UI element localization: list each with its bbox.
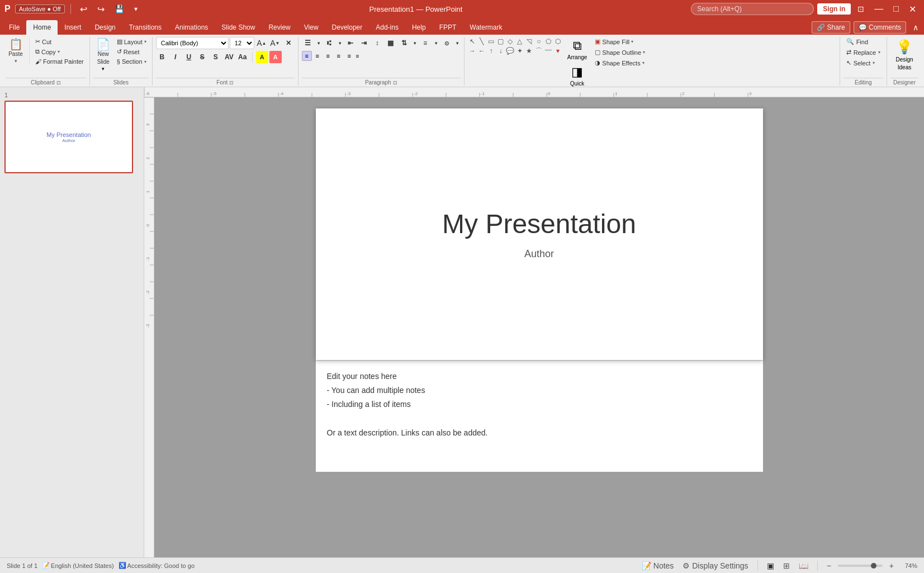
justify-button[interactable]: ≡ <box>334 51 344 61</box>
font-name-select[interactable]: Calibri (Body) Arial Times New Roman <box>156 37 229 49</box>
find-button[interactable]: 🔍 Find <box>844 37 883 46</box>
paragraph-dialog-launcher[interactable]: ⊡ <box>393 80 397 86</box>
shape-arrow-right[interactable]: → <box>468 46 477 55</box>
tab-help[interactable]: Help <box>405 20 433 35</box>
shape-arrow-down[interactable]: ↓ <box>496 46 505 55</box>
convert-smartart-button[interactable]: ⊙ <box>440 37 453 49</box>
notes-button[interactable]: 📝 Notes <box>639 560 676 571</box>
shape-rtriangle[interactable]: ◹ <box>525 37 534 46</box>
increase-indent-button[interactable]: ⇥ <box>358 37 370 49</box>
reset-button[interactable]: ↺ Reset <box>115 47 149 56</box>
slide-sorter-button[interactable]: ⊞ <box>781 560 792 571</box>
underline-button[interactable]: U <box>183 51 195 63</box>
tab-review[interactable]: Review <box>262 20 297 35</box>
tab-insert[interactable]: Insert <box>58 20 88 35</box>
share-button[interactable]: 🔗 Share <box>812 21 850 34</box>
shape-fill-button[interactable]: ▣ Shape Fill ▾ <box>592 37 648 46</box>
tab-view[interactable]: View <box>297 20 325 35</box>
shape-select[interactable]: ↖ <box>468 37 477 46</box>
font-color-button[interactable]: A <box>269 51 282 63</box>
shape-round-rect[interactable]: ▢ <box>496 37 505 46</box>
tab-watermark[interactable]: Watermark <box>463 20 509 35</box>
paste-dropdown[interactable]: ▾ <box>15 58 17 64</box>
redo-button[interactable]: ↪ <box>94 3 108 16</box>
zoom-out-button[interactable]: − <box>825 560 833 571</box>
section-button[interactable]: § Section ▾ <box>115 57 149 66</box>
tab-transitions[interactable]: Transitions <box>122 20 168 35</box>
shape-callout[interactable]: 💬 <box>506 46 515 55</box>
select-button[interactable]: ↖ Select ▾ <box>844 58 883 68</box>
comments-button[interactable]: 💬 Comments <box>854 21 906 34</box>
normal-view-button[interactable]: ▣ <box>765 560 776 571</box>
accessibility-status[interactable]: Accessibility: Good to go <box>127 562 195 569</box>
tab-home[interactable]: Home <box>26 20 58 35</box>
align-right-button[interactable]: ≡ <box>323 51 333 61</box>
zoom-in-button[interactable]: + <box>887 560 896 571</box>
font-dialog-launcher[interactable]: ⊡ <box>229 80 234 86</box>
close-button[interactable]: ✕ <box>906 3 920 16</box>
minimize-button[interactable]: — <box>871 3 887 15</box>
align-text-button[interactable]: ≡ <box>419 37 432 49</box>
shape-hexagon[interactable]: ⬡ <box>553 37 562 46</box>
save-button[interactable]: 💾 <box>111 3 127 15</box>
tab-file[interactable]: File <box>2 20 26 35</box>
shape-star4[interactable]: ✦ <box>515 46 524 55</box>
layout-button[interactable]: ▤ Layout ▾ <box>115 37 149 46</box>
slide-author[interactable]: Author <box>524 248 554 260</box>
search-input[interactable] <box>691 3 814 15</box>
shape-curve[interactable]: ⌒ <box>534 46 543 55</box>
shape-oval[interactable]: ○ <box>534 37 543 46</box>
shape-arrow-left[interactable]: ← <box>477 46 486 55</box>
arrange-button[interactable]: ⧉ Arrange <box>565 37 590 62</box>
tab-addins[interactable]: Add-ins <box>369 20 405 35</box>
shape-rect[interactable]: ▭ <box>487 37 496 46</box>
tab-fppt[interactable]: FPPT <box>433 20 463 35</box>
bullets-button[interactable]: ☰ <box>302 37 314 49</box>
shape-outline-button[interactable]: ▢ Shape Outline ▾ <box>592 48 648 57</box>
tab-slideshow[interactable]: Slide Show <box>215 20 262 35</box>
signin-button[interactable]: Sign in <box>817 3 851 15</box>
decrease-indent-button[interactable]: ⇤ <box>344 37 357 49</box>
text-direction-button[interactable]: ⇅ <box>398 37 410 49</box>
align-left-button[interactable]: ≡ <box>302 51 312 61</box>
shape-freeform[interactable]: 〰 <box>544 46 553 55</box>
align-center-button[interactable]: ≡ <box>312 51 323 61</box>
zoom-level[interactable]: 74% <box>901 562 917 569</box>
align-text-dropdown[interactable]: ▾ <box>433 37 439 49</box>
shape-triangle[interactable]: △ <box>515 37 524 46</box>
slide-title[interactable]: My Presentation <box>442 209 636 239</box>
shape-pentagon[interactable]: ⬠ <box>544 37 553 46</box>
bold-button[interactable]: B <box>156 51 168 63</box>
distribute-button[interactable]: ≡ <box>344 51 354 61</box>
text-direction-dropdown[interactable]: ▾ <box>411 37 418 49</box>
slide-canvas[interactable]: My Presentation Author <box>316 108 763 360</box>
strikethrough-button[interactable]: S <box>196 51 209 63</box>
notes-content[interactable]: Edit your notes here - You can add multi… <box>327 370 752 440</box>
customize-button[interactable]: ▾ <box>131 4 141 14</box>
increase-font-size-button[interactable]: A▲ <box>255 37 268 49</box>
copy-button[interactable]: ⧉ Copy ▾ <box>33 47 86 56</box>
character-spacing-button[interactable]: AV <box>223 51 235 63</box>
ribbon-display-button[interactable]: ⊡ <box>854 3 868 15</box>
decrease-font-size-button[interactable]: A▼ <box>269 37 281 49</box>
language-status[interactable]: English (United States) <box>51 562 114 569</box>
numbering-dropdown[interactable]: ▾ <box>337 37 343 49</box>
clear-formatting-button[interactable]: ✕ <box>282 37 295 49</box>
new-slide-button[interactable]: 📄 New Slide <box>93 37 113 67</box>
text-highlight-button[interactable]: A <box>256 51 268 63</box>
undo-button[interactable]: ↩ <box>77 3 91 16</box>
columns-button[interactable]: ▦ <box>385 37 397 49</box>
tab-design[interactable]: Design <box>88 20 122 35</box>
reading-view-button[interactable]: 📖 <box>797 560 811 571</box>
autosave-toggle[interactable]: AutoSave ● Off <box>15 4 65 13</box>
tab-developer[interactable]: Developer <box>325 20 369 35</box>
italic-button[interactable]: I <box>169 51 182 63</box>
cut-button[interactable]: ✂ Cut <box>33 37 86 46</box>
shape-line[interactable]: ╲ <box>477 37 486 46</box>
shape-star5[interactable]: ★ <box>525 46 534 55</box>
clipboard-dialog-launcher[interactable]: ⊡ <box>56 80 61 86</box>
shapes-more[interactable]: ▾ <box>553 46 562 55</box>
change-case-button[interactable]: Aa <box>236 51 249 63</box>
font-size-select[interactable]: 8 10 12 14 16 18 24 36 <box>230 37 254 49</box>
bullets-dropdown[interactable]: ▾ <box>315 37 322 49</box>
